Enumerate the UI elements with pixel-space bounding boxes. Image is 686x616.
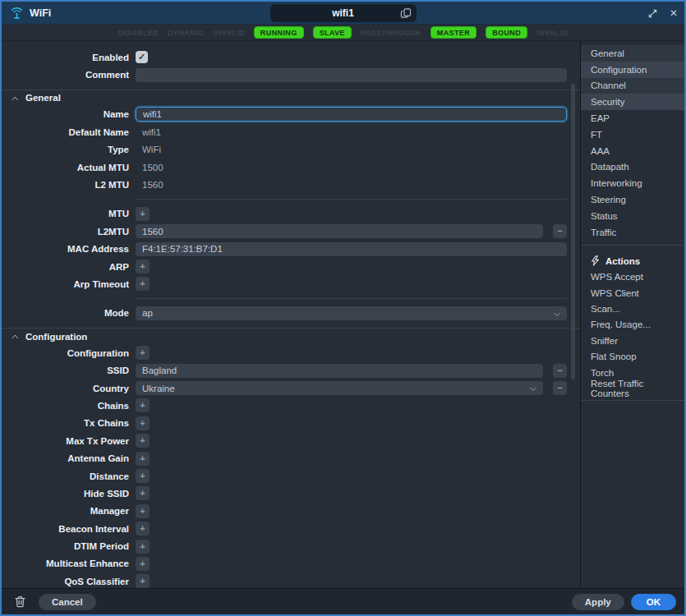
sidebar-tab-steering[interactable]: Steering <box>581 191 684 208</box>
sidebar-tab-configuration[interactable]: Configuration <box>581 62 684 78</box>
field-row-type: Type WiFi <box>2 141 580 159</box>
status-badge-slave: SLAVE <box>313 26 352 39</box>
antenna-gain-add-button[interactable]: + <box>136 452 150 466</box>
sidebar-tab-status[interactable]: Status <box>581 208 684 224</box>
field-row-configuration: Configuration + <box>2 344 580 361</box>
enabled-checkbox[interactable]: ✓ <box>136 51 148 63</box>
copy-icon[interactable] <box>399 7 412 20</box>
vertical-scrollbar-thumb[interactable] <box>571 84 575 379</box>
field-row-arp: ARP + <box>2 258 580 275</box>
qos-classifier-add-button[interactable]: + <box>136 574 150 588</box>
actions-header: Actions <box>581 253 684 269</box>
section-header-general[interactable]: General <box>2 90 580 106</box>
max-tx-power-label: Max Tx Power <box>2 436 129 446</box>
ssid-label: SSID <box>2 365 129 375</box>
wifi-antenna-icon <box>10 6 24 20</box>
l2mtu-input[interactable] <box>136 224 543 238</box>
mode-select[interactable]: ap <box>136 306 567 320</box>
action-sniffer[interactable]: Sniffer <box>581 333 684 348</box>
mode-value: ap <box>142 308 153 318</box>
chains-add-button[interactable]: + <box>136 398 150 412</box>
action-reset-traffic-counters[interactable]: Reset Traffic Counters <box>581 380 684 396</box>
distance-label: Distance <box>2 471 129 481</box>
country-select[interactable]: Ukraine <box>136 381 543 395</box>
sidebar-divider <box>581 400 684 401</box>
collapse-icon <box>12 335 18 342</box>
comment-input[interactable] <box>136 68 567 82</box>
mtu-add-button[interactable]: + <box>136 207 150 221</box>
dtim-period-add-button[interactable]: + <box>136 540 150 554</box>
status-badge-invalid: INVALID <box>214 29 245 37</box>
name-label: Name <box>2 109 129 119</box>
field-row-qos-classifier: QoS Classifier + <box>2 572 580 588</box>
field-row-default-name: Default Name wifi1 <box>2 123 580 140</box>
section-nav-sidebar: General Configuration Channel Security E… <box>580 41 684 588</box>
mtu-label: MTU <box>2 209 129 218</box>
field-row-name: Name <box>2 106 580 123</box>
titlebar-app: WiFi <box>2 6 51 20</box>
arp-timeout-add-button[interactable]: + <box>136 277 150 291</box>
section-header-configuration[interactable]: Configuration <box>2 328 580 344</box>
multicast-enhance-label: Multicast Enhance <box>2 559 129 568</box>
configuration-add-button[interactable]: + <box>136 346 150 360</box>
lightning-bolt-icon <box>591 255 600 266</box>
name-input[interactable] <box>136 107 567 122</box>
field-row-multicast-enhance: Multicast Enhance + <box>2 555 580 572</box>
manager-add-button[interactable]: + <box>136 504 150 518</box>
identity-box[interactable]: wifi1 <box>270 4 417 22</box>
titlebar: WiFi wifi1 ✕ <box>2 2 684 25</box>
action-scan[interactable]: Scan... <box>581 301 684 316</box>
multicast-enhance-add-button[interactable]: + <box>136 557 150 571</box>
window-controls: ✕ <box>647 2 678 25</box>
ssid-remove-button[interactable]: − <box>553 364 567 378</box>
action-wps-client[interactable]: WPS Client <box>581 285 684 301</box>
ssid-input[interactable] <box>136 364 543 378</box>
beacon-interval-label: Beacon Interval <box>2 524 129 534</box>
max-tx-power-add-button[interactable]: + <box>136 434 150 448</box>
field-row-max-tx-power: Max Tx Power + <box>2 432 580 449</box>
field-row-enabled: Enabled ✓ <box>2 48 580 66</box>
default-name-value: wifi1 <box>136 127 161 137</box>
sidebar-tab-datapath[interactable]: Datapath <box>581 159 684 176</box>
ok-button[interactable]: OK <box>631 594 676 610</box>
beacon-interval-add-button[interactable]: + <box>136 522 150 536</box>
cancel-button[interactable]: Cancel <box>39 594 96 610</box>
arp-label: ARP <box>2 262 129 272</box>
type-label: Type <box>2 145 129 154</box>
sidebar-tab-ft[interactable]: FT <box>581 126 684 143</box>
form-area: Enabled ✓ Comment General Name <box>2 41 580 588</box>
sidebar-tab-eap[interactable]: EAP <box>581 110 684 126</box>
actual-mtu-label: Actual MTU <box>2 163 129 172</box>
arp-timeout-label: Arp Timeout <box>2 279 129 289</box>
sidebar-tab-interworking[interactable]: Interworking <box>581 175 684 191</box>
sidebar-tab-aaa[interactable]: AAA <box>581 143 684 159</box>
trash-icon[interactable] <box>13 595 27 609</box>
dtim-period-label: DTIM Period <box>2 541 129 551</box>
status-badge-passthrough: PASSTHROUGH <box>361 29 421 37</box>
l2mtu-remove-button[interactable]: − <box>553 224 567 238</box>
action-wps-accept[interactable]: WPS Accept <box>581 269 684 285</box>
distance-add-button[interactable]: + <box>136 469 150 483</box>
action-flat-snoop[interactable]: Flat Snoop <box>581 349 684 365</box>
sidebar-divider <box>581 245 684 246</box>
tx-chains-add-button[interactable]: + <box>136 416 150 430</box>
configuration-label: Configuration <box>2 348 129 358</box>
country-remove-button[interactable]: − <box>553 381 567 395</box>
expand-icon[interactable] <box>647 8 658 19</box>
country-value: Ukraine <box>142 384 175 393</box>
type-value: WiFi <box>136 145 161 154</box>
sidebar-tab-channel[interactable]: Channel <box>581 78 684 94</box>
field-row-dtim-period: DTIM Period + <box>2 537 580 554</box>
hide-ssid-add-button[interactable]: + <box>136 486 150 500</box>
mac-address-input[interactable] <box>136 242 567 256</box>
sidebar-tab-security[interactable]: Security <box>581 94 684 110</box>
sidebar-tab-traffic[interactable]: Traffic <box>581 224 684 241</box>
close-icon[interactable]: ✕ <box>670 7 678 19</box>
field-row-chains: Chains + <box>2 397 580 414</box>
arp-add-button[interactable]: + <box>136 260 150 274</box>
hide-ssid-label: Hide SSID <box>2 489 129 499</box>
collapse-icon <box>12 96 18 103</box>
action-freq-usage[interactable]: Freq. Usage... <box>581 317 684 333</box>
sidebar-tab-general[interactable]: General <box>581 45 684 62</box>
apply-button[interactable]: Apply <box>572 594 624 610</box>
